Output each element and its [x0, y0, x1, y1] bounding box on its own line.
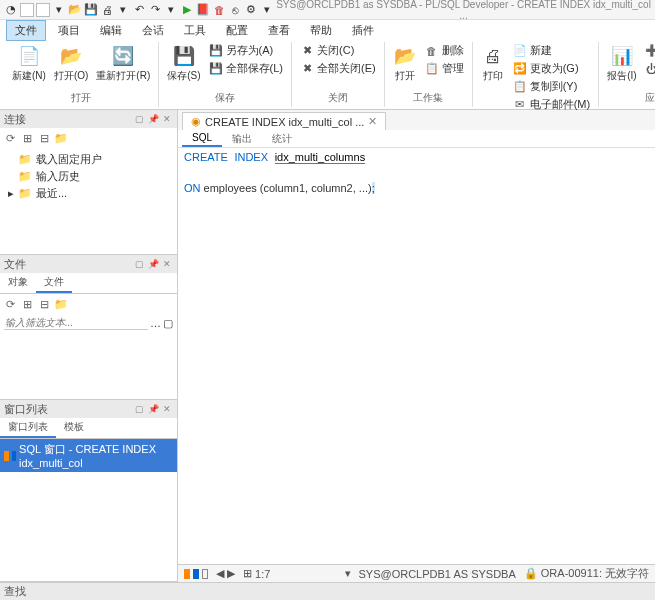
status-icon: [193, 569, 199, 579]
folder-icon: 📁: [18, 170, 32, 183]
status-icon: [4, 451, 9, 461]
divider-icon: ▾: [260, 3, 274, 17]
refresh-icon[interactable]: ⟳: [3, 131, 17, 145]
pin-icon[interactable]: 📌: [147, 258, 159, 270]
menu-session[interactable]: 会话: [134, 21, 172, 40]
newinst-button[interactable]: ➕新建实例(W): [643, 42, 655, 59]
redo-icon[interactable]: ↷: [148, 3, 162, 17]
group-label: 工作集: [413, 89, 443, 107]
status-icon: [202, 569, 208, 579]
tab-winlist[interactable]: 窗口列表: [0, 418, 56, 438]
saveas-button[interactable]: 💾另存为(A): [207, 42, 285, 59]
close-icon[interactable]: ✕: [368, 115, 377, 128]
grid-icon: ⊞: [243, 567, 252, 580]
app-icon: ◔: [4, 3, 18, 17]
save-icon[interactable]: 💾: [84, 3, 98, 17]
saveall-button[interactable]: 💾全部保存(L): [207, 60, 285, 77]
minus-icon[interactable]: ⊟: [37, 131, 51, 145]
dock-icon[interactable]: ▢: [133, 113, 145, 125]
subtab-sql[interactable]: SQL: [182, 130, 222, 147]
plus-icon[interactable]: ⊞: [20, 297, 34, 311]
panel-title: 窗口列表: [4, 402, 131, 417]
folder-icon: 📁: [18, 187, 32, 200]
stop-icon[interactable]: 🗑: [212, 3, 226, 17]
tab-templates[interactable]: 模板: [56, 418, 92, 438]
menu-plugin[interactable]: 插件: [344, 21, 382, 40]
cursor-position: 1:7: [255, 568, 270, 580]
filter-input[interactable]: [4, 316, 148, 330]
close-icon[interactable]: ✕: [161, 403, 173, 415]
report-button[interactable]: 📊报告(I): [605, 42, 638, 85]
doc-new-button[interactable]: 📄新建: [511, 42, 593, 59]
dropdown-icon[interactable]: ▾: [345, 567, 351, 580]
tree-item[interactable]: ▸📁最近...: [4, 185, 173, 202]
book-icon[interactable]: 📕: [196, 3, 210, 17]
sidebar: 连接▢📌✕ ⟳ ⊞ ⊟ 📁 📁载入固定用户 📁输入历史 ▸📁最近... 文件▢📌…: [0, 110, 178, 582]
subtab-stats[interactable]: 统计: [262, 130, 302, 148]
doc-change-button[interactable]: 🔁更改为(G): [511, 60, 593, 77]
window-list-item[interactable]: SQL 窗口 - CREATE INDEX idx_multi_col: [0, 439, 177, 472]
tool-icon[interactable]: ⚙: [244, 3, 258, 17]
panel-toolbar: ⟳ ⊞ ⊟ 📁: [0, 294, 177, 314]
folder-icon: 📁: [18, 153, 32, 166]
nav-icon[interactable]: ◀ ▶: [216, 567, 235, 580]
divider-icon: ▾: [116, 3, 130, 17]
tree-item[interactable]: 📁输入历史: [4, 168, 173, 185]
group-label: 打开: [71, 89, 91, 107]
close-icon[interactable]: ✕: [161, 113, 173, 125]
work-manage-button[interactable]: 📋管理: [423, 60, 466, 77]
menu-view[interactable]: 查看: [260, 21, 298, 40]
tree-item[interactable]: 📁载入固定用户: [4, 151, 173, 168]
subtab-output[interactable]: 输出: [222, 130, 262, 148]
sql-editor[interactable]: CREATE INDEX idx_multi_columns ON employ…: [178, 148, 655, 564]
editor-statusbar: ◀ ▶ ⊞1:7 ▾ SYS@ORCLPDB1 AS SYSDBA 🔒ORA-0…: [178, 564, 655, 582]
exit-button[interactable]: ⏻退出(X): [643, 60, 655, 77]
refresh-icon[interactable]: ⟳: [3, 297, 17, 311]
more-icon[interactable]: …: [150, 317, 161, 329]
reopen-button[interactable]: 🔄重新打开(R): [94, 42, 152, 85]
print-icon[interactable]: 🖨: [100, 3, 114, 17]
ribbon-group-work: 📂打开 🗑删除 📋管理 工作集: [385, 42, 473, 107]
new-button[interactable]: 📄新建(N): [10, 42, 48, 85]
save-button[interactable]: 💾保存(S): [165, 42, 202, 85]
windowlist-panel: 窗口列表▢📌✕ 窗口列表模板 SQL 窗口 - CREATE INDEX idx…: [0, 400, 177, 582]
dock-icon[interactable]: ▢: [133, 403, 145, 415]
print-button[interactable]: 🖨打印: [479, 42, 507, 85]
tb-btn[interactable]: [20, 3, 34, 17]
doc-copy-button[interactable]: 📋复制到(Y): [511, 78, 593, 95]
folder-icon[interactable]: 📂: [68, 3, 82, 17]
menu-help[interactable]: 帮助: [302, 21, 340, 40]
tab-objects[interactable]: 对象: [0, 273, 36, 293]
run-icon[interactable]: ▶: [180, 3, 194, 17]
closeall-button[interactable]: ✖全部关闭(E): [298, 60, 378, 77]
dock-icon[interactable]: ▢: [133, 258, 145, 270]
work-del-button[interactable]: 🗑删除: [423, 42, 466, 59]
type-icon: [12, 451, 17, 461]
menu-tools[interactable]: 工具: [176, 21, 214, 40]
minus-icon[interactable]: ⊟: [37, 297, 51, 311]
open-button[interactable]: 📂打开(O): [52, 42, 90, 85]
work-open-button[interactable]: 📂打开: [391, 42, 419, 85]
folder-icon[interactable]: 📁: [54, 297, 68, 311]
undo-icon[interactable]: ↶: [132, 3, 146, 17]
editor-tab[interactable]: ◉CREATE INDEX idx_multi_col ...✕: [182, 112, 386, 130]
folder-icon[interactable]: 📁: [54, 131, 68, 145]
menu-bar: 文件 项目 编辑 会话 工具 配置 查看 帮助 插件: [0, 20, 655, 40]
pin-icon[interactable]: 📌: [147, 113, 159, 125]
menu-project[interactable]: 项目: [50, 21, 88, 40]
menu-file[interactable]: 文件: [6, 20, 46, 41]
dropdown-icon[interactable]: ▢: [163, 317, 173, 330]
menu-config[interactable]: 配置: [218, 21, 256, 40]
pin-icon[interactable]: 📌: [147, 403, 159, 415]
menu-edit[interactable]: 编辑: [92, 21, 130, 40]
plus-icon[interactable]: ⊞: [20, 131, 34, 145]
close-icon[interactable]: ✕: [161, 258, 173, 270]
tb-btn[interactable]: [36, 3, 50, 17]
commit-icon[interactable]: ⎋: [228, 3, 242, 17]
status-icon: [184, 569, 190, 579]
connection-status: SYS@ORCLPDB1 AS SYSDBA: [359, 568, 516, 580]
tab-files[interactable]: 文件: [36, 273, 72, 293]
group-label: 关闭: [328, 89, 348, 107]
close-button[interactable]: ✖关闭(C): [298, 42, 378, 59]
expand-icon[interactable]: ▸: [8, 187, 14, 200]
